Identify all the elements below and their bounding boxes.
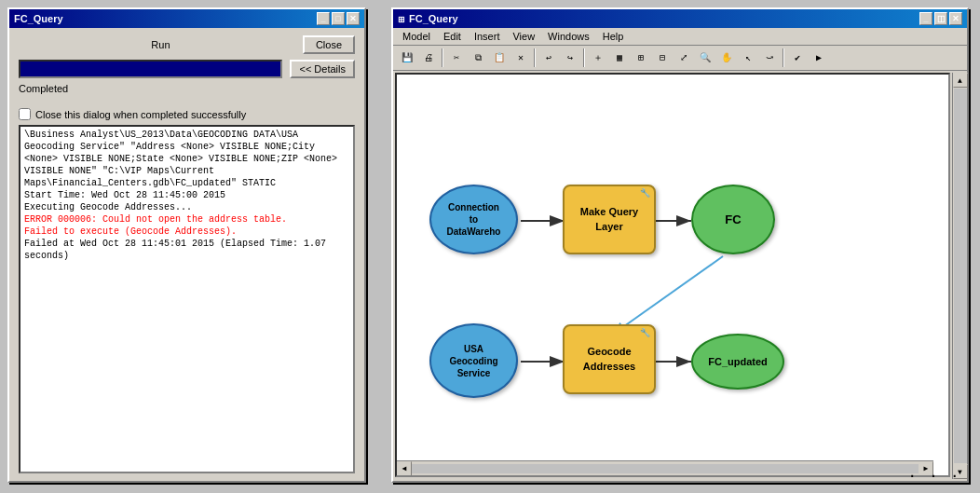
delete-icon[interactable]: ✕ [510, 48, 531, 68]
model-minimize-btn[interactable]: _ [919, 12, 932, 25]
fit-icon[interactable]: ⤢ [674, 48, 694, 68]
validate-icon[interactable]: ✔ [787, 48, 808, 68]
menu-windows[interactable]: Windows [542, 30, 595, 43]
geocode-addresses-node[interactable]: 🔧 GeocodeAddresses [563, 324, 656, 394]
tool-icon-2: 🔧 [640, 328, 650, 337]
run-label: Run [19, 39, 303, 50]
menu-help[interactable]: Help [597, 30, 630, 43]
fc-updated-node[interactable]: FC_updated [691, 334, 784, 390]
pan-icon[interactable]: ✋ [716, 48, 737, 68]
undo-icon[interactable]: ↩ [538, 48, 559, 68]
log-area: \Business Analyst\US_2013\Data\GEOCODING… [19, 125, 355, 473]
copy-icon[interactable]: ⧉ [468, 48, 488, 68]
menubar: Model Edit Insert View Windows Help [393, 28, 967, 46]
scroll-up-btn[interactable]: ▲ [953, 73, 968, 88]
details-button[interactable]: << Details [290, 60, 355, 78]
connection-node[interactable]: ConnectiontoDataWareho [429, 185, 518, 254]
menu-model[interactable]: Model [397, 30, 436, 43]
fc-query-dialog: FC_Query _ □ ✕ Run Close << Details Comp… [7, 7, 366, 483]
canvas-area: ConnectiontoDataWareho 🔧 Make QueryLayer… [393, 71, 967, 479]
connect-icon[interactable]: ⤻ [759, 48, 780, 68]
model-canvas[interactable]: ConnectiontoDataWareho 🔧 Make QueryLayer… [395, 73, 950, 477]
checkbox-row: Close this dialog when completed success… [19, 108, 355, 120]
model-restore-btn[interactable]: ◫ [934, 12, 947, 25]
close-title-btn[interactable]: ✕ [347, 12, 360, 25]
log-line-1: Start Time: Wed Oct 28 11:45:00 2015 [24, 189, 349, 201]
checkbox-label: Close this dialog when completed success… [35, 109, 246, 120]
sep2 [534, 48, 536, 67]
menu-insert[interactable]: Insert [469, 30, 506, 43]
sep1 [442, 48, 443, 67]
top-row: Run Close [19, 35, 355, 54]
dialog-title: FC_Query [14, 13, 63, 24]
log-line-3: Failed at Wed Oct 28 11:45:01 2015 (Elap… [24, 238, 349, 262]
v-scrollbar[interactable]: ▲ ▼ [952, 73, 967, 479]
add-tool-icon[interactable]: ＋ [588, 48, 608, 68]
close-dialog-checkbox[interactable] [19, 108, 31, 120]
model-titlebar-buttons: _ ◫ ✕ [919, 12, 962, 25]
model-title: ⊞FC_Query [398, 13, 458, 24]
maximize-btn[interactable]: □ [332, 12, 345, 25]
sep4 [783, 48, 784, 67]
h-scrollbar[interactable]: ◀ ▶ [397, 460, 933, 475]
log-line-error-2: Failed to execute (Geocode Addresses). [24, 226, 349, 238]
usa-geocoding-node[interactable]: USAGeocodingService [429, 323, 518, 398]
completed-label: Completed [19, 83, 355, 94]
tool-icon-1: 🔧 [640, 188, 650, 198]
dialog-content: Run Close << Details Completed Close thi… [9, 28, 364, 481]
paste-icon[interactable]: 📋 [489, 48, 510, 68]
log-line-0: \Business Analyst\US_2013\Data\GEOCODING… [24, 129, 349, 189]
menu-view[interactable]: View [507, 30, 540, 43]
scroll-left-btn[interactable]: ◀ [397, 461, 412, 476]
model-editor-window: ⊞FC_Query _ ◫ ✕ Model Edit Insert View W… [391, 7, 969, 483]
log-line-2: Executing Geocode Addresses... [24, 201, 349, 213]
print-icon[interactable]: 🖨 [418, 48, 439, 68]
layout3-icon[interactable]: ⊟ [652, 48, 673, 68]
canvas-svg [397, 75, 948, 475]
layout2-icon[interactable]: ⊞ [631, 48, 651, 68]
bottom-dots: · · · [908, 469, 961, 484]
run-model-icon[interactable]: ▶ [809, 48, 829, 68]
fc-node[interactable]: FC [691, 185, 775, 254]
model-close-btn[interactable]: ✕ [949, 12, 962, 25]
close-button[interactable]: Close [303, 35, 355, 54]
cut-icon[interactable]: ✂ [446, 48, 467, 68]
dialog-titlebar: FC_Query _ □ ✕ [9, 9, 364, 28]
log-line-error-1: ERROR 000006: Could not open the address… [24, 213, 349, 226]
save-icon[interactable]: 💾 [397, 48, 417, 68]
redo-icon[interactable]: ↪ [560, 48, 580, 68]
menu-edit[interactable]: Edit [438, 30, 467, 43]
spacer [19, 99, 355, 108]
toolbar: 💾 🖨 ✂ ⧉ 📋 ✕ ↩ ↪ ＋ ▦ ⊞ ⊟ ⤢ 🔍 ✋ ↖ ⤻ ✔ ▶ [393, 46, 967, 71]
progress-bar-row: << Details [19, 60, 355, 78]
layout1-icon[interactable]: ▦ [609, 48, 630, 68]
sep3 [583, 48, 585, 67]
minimize-btn[interactable]: _ [317, 12, 330, 25]
progress-bar [19, 60, 282, 78]
make-query-layer-node[interactable]: 🔧 Make QueryLayer [563, 185, 656, 254]
titlebar-buttons: _ □ ✕ [317, 12, 360, 25]
select-icon[interactable]: ↖ [738, 48, 758, 68]
zoom-in-icon[interactable]: 🔍 [695, 48, 715, 68]
model-titlebar: ⊞FC_Query _ ◫ ✕ [393, 9, 967, 28]
